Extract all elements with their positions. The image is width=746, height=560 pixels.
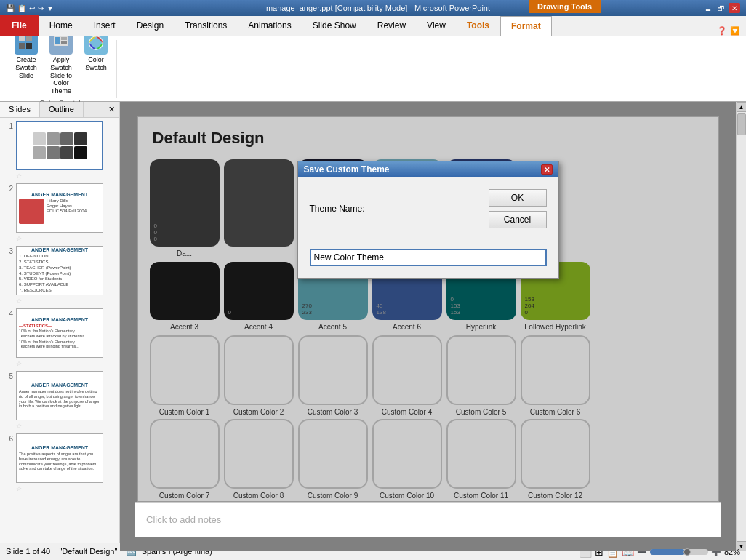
tab-tools[interactable]: Tools <box>457 15 500 36</box>
slide-thumb-4[interactable]: 4 ANGER MANAGEMENT —STATISTICS— 10% of t… <box>3 308 116 368</box>
slides-tab[interactable]: Slides <box>0 102 40 117</box>
color-swatch-group: CreateSwatchSlide ApplySwatchSlide toCol… <box>6 40 117 98</box>
slide-thumbnail-6[interactable]: ANGER MANAGEMENT The positive aspects of… <box>16 433 103 483</box>
vertical-scrollbar[interactable]: ▲ ▼ <box>736 102 746 551</box>
svg-rect-6 <box>61 37 67 40</box>
dialog-close-button[interactable]: ✕ <box>541 164 553 175</box>
title-bar: 💾 📋 ↩ ↪ ▼ manage_anger.ppt [Compatibilit… <box>0 0 746 16</box>
ribbon-tabs: File Home Insert Design Transitions Anim… <box>0 16 746 36</box>
help-icon[interactable]: ❓ <box>717 26 727 36</box>
maximize-button[interactable]: 🗗 <box>715 3 727 13</box>
svg-rect-0 <box>19 36 25 41</box>
scroll-up-button[interactable]: ▲ <box>737 102 747 112</box>
dialog-theme-name-row: Theme Name: OK Cancel <box>310 189 547 228</box>
dialog-cancel-button[interactable]: Cancel <box>489 211 547 228</box>
star-icon-6: ☆ <box>16 485 22 492</box>
slide-num-3: 3 <box>3 246 13 255</box>
star-icon-1: ☆ <box>16 172 22 180</box>
tab-design[interactable]: Design <box>127 15 175 36</box>
slide-thumbnail-3[interactable]: ANGER MANAGEMENT 1. DEFINITION 2. STATIS… <box>16 246 103 295</box>
zoom-thumb[interactable] <box>683 548 691 556</box>
dialog-title-text: Save Custom Theme <box>304 164 390 175</box>
tab-animations[interactable]: Animations <box>238 15 302 36</box>
content-column: Default Design 0 0 0 Da... <box>120 102 746 543</box>
dialog-title-bar: Save Custom Theme ✕ <box>298 161 558 177</box>
minimize-ribbon-icon[interactable]: 🔽 <box>730 26 740 36</box>
scrollbar-thumb[interactable] <box>737 113 746 135</box>
slides-list: 1 ☆ <box>0 118 119 543</box>
slide-thumbnail-5[interactable]: ANGER MANAGEMENT Anger management does n… <box>16 371 103 420</box>
tab-home[interactable]: Home <box>39 15 84 36</box>
tab-file[interactable]: File <box>0 15 39 36</box>
theme-name: "Default Design" <box>59 547 117 556</box>
star-icon-4: ☆ <box>16 360 22 367</box>
color-swatch-label: ColorSwatch <box>85 56 107 72</box>
slide-thumb-2[interactable]: 2 ANGER MANAGEMENT Hillary Dills Roger H… <box>3 183 116 243</box>
dialog-input-area <box>298 249 558 278</box>
dialog-button-group: OK Cancel <box>489 189 547 228</box>
tab-insert[interactable]: Insert <box>84 15 127 36</box>
star-icon-5: ☆ <box>16 423 22 430</box>
svg-rect-7 <box>61 41 67 44</box>
star-icon-3: ☆ <box>16 297 22 305</box>
ribbon-buttons: CreateSwatchSlide ApplySwatchSlide toCol… <box>12 30 111 97</box>
slide-thumb-3[interactable]: 3 ANGER MANAGEMENT 1. DEFINITION 2. STAT… <box>3 246 116 305</box>
slide-num-1: 1 <box>3 121 13 130</box>
svg-rect-5 <box>55 37 60 44</box>
drawing-tools-label: Drawing Tools <box>529 0 601 13</box>
dialog-ok-button[interactable]: OK <box>489 189 547 207</box>
create-swatch-label: CreateSwatchSlide <box>15 56 37 79</box>
slide-info: Slide 1 of 40 <box>6 547 50 556</box>
ribbon-content: CreateSwatchSlide ApplySwatchSlide toCol… <box>0 36 746 102</box>
outline-tab[interactable]: Outline <box>40 102 84 117</box>
tab-slideshow[interactable]: Slide Show <box>302 15 367 36</box>
star-icon-2: ☆ <box>16 235 22 242</box>
slide-num-2: 2 <box>3 183 13 193</box>
slide-num-4: 4 <box>3 308 13 318</box>
dialog-body: Theme Name: OK Cancel <box>298 177 558 249</box>
slide-thumbnail-4[interactable]: ANGER MANAGEMENT —STATISTICS— 10% of the… <box>16 308 103 358</box>
slides-panel-tabs: Slides Outline ✕ <box>0 102 119 118</box>
slides-panel: Slides Outline ✕ 1 <box>0 102 120 543</box>
tab-view[interactable]: View <box>417 15 457 36</box>
svg-rect-1 <box>26 36 32 41</box>
slide-thumbnail-1[interactable] <box>16 121 103 170</box>
slide-num-6: 6 <box>3 433 13 443</box>
slide-thumb-1[interactable]: 1 ☆ <box>3 121 116 180</box>
zoom-slider[interactable] <box>650 549 708 555</box>
tab-transitions[interactable]: Transitions <box>175 15 238 36</box>
window-title: manage_anger.ppt [Compatibility Mode] - … <box>54 4 702 12</box>
notes-placeholder: Click to add notes <box>146 514 221 525</box>
dialog-theme-name-label: Theme Name: <box>310 204 365 214</box>
apply-swatch-button[interactable]: ApplySwatchSlide toColorTheme <box>47 30 76 97</box>
slide-num-5: 5 <box>3 371 13 380</box>
save-custom-theme-dialog: Save Custom Theme ✕ Theme Name: OK Cance… <box>297 161 559 279</box>
dialog-overlay: Save Custom Theme ✕ Theme Name: OK Cance… <box>138 117 718 501</box>
slide-thumbnail-2[interactable]: ANGER MANAGEMENT Hillary Dills Roger Hay… <box>16 183 103 233</box>
tab-format[interactable]: Format <box>500 16 552 36</box>
content-area: Default Design 0 0 0 Da... <box>120 102 736 551</box>
svg-rect-2 <box>19 43 25 49</box>
panel-close-button[interactable]: ✕ <box>104 102 119 117</box>
apply-swatch-label: ApplySwatchSlide toColorTheme <box>50 56 72 95</box>
slide-thumb-5[interactable]: 5 ANGER MANAGEMENT Anger management does… <box>3 371 116 431</box>
slide-thumb-6[interactable]: 6 ANGER MANAGEMENT The positive aspects … <box>3 433 116 493</box>
notes-area[interactable]: Click to add notes <box>135 502 721 537</box>
theme-name-input[interactable] <box>310 249 547 266</box>
svg-rect-3 <box>26 43 32 49</box>
window-controls[interactable]: 🗕 🗗 ✕ <box>702 3 740 13</box>
color-swatch-button[interactable]: ColorSwatch <box>81 30 111 97</box>
main-area: Slides Outline ✕ 1 <box>0 102 746 543</box>
create-swatch-slide-button[interactable]: CreateSwatchSlide <box>12 30 41 97</box>
slide-canvas[interactable]: Default Design 0 0 0 Da... <box>137 116 719 502</box>
tab-review[interactable]: Review <box>367 15 417 36</box>
minimize-button[interactable]: 🗕 <box>702 3 714 13</box>
close-button[interactable]: ✕ <box>729 3 740 13</box>
content-row: Default Design 0 0 0 Da... <box>120 102 746 551</box>
